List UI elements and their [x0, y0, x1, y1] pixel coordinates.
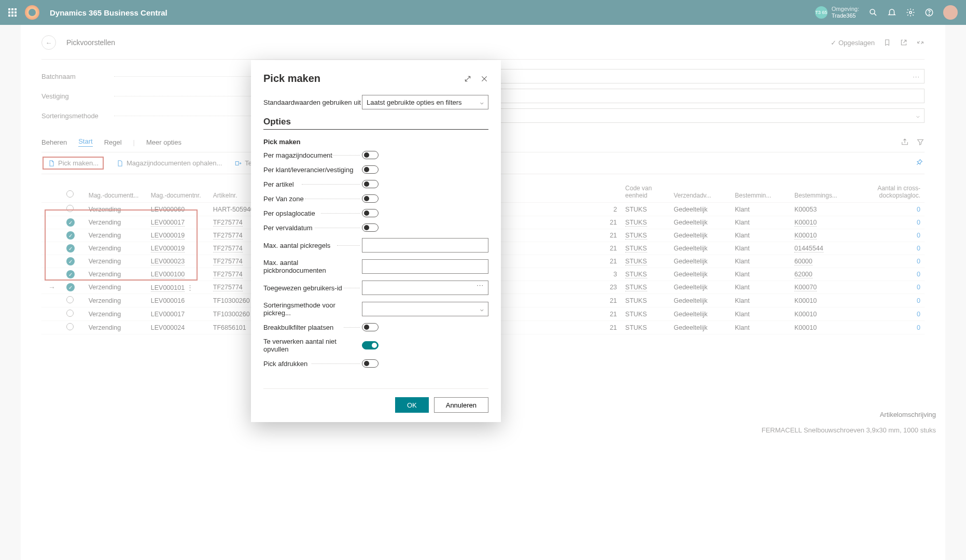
pick-maken-dialog: Pick maken Standaardwaarden gebruiken ui… [251, 60, 501, 422]
option-label: Max. aantal pickregels [263, 242, 362, 249]
toggle-print[interactable] [362, 359, 379, 368]
option-label: Per magazijndocument [263, 151, 362, 159]
option-label: Toegewezen gebruikers-id [263, 284, 362, 292]
toggle-per_art[interactable] [362, 180, 379, 188]
input-sort[interactable]: ⌵ [362, 302, 488, 316]
cancel-button[interactable]: Annuleren [434, 397, 488, 413]
toggle-per_ops[interactable] [362, 209, 379, 217]
option-label: Per vervaldatum [263, 224, 362, 232]
option-label: Per klant/leverancier/vestiging [263, 166, 362, 174]
pick-maken-subheading: Pick maken [263, 138, 488, 146]
expand-icon[interactable] [464, 75, 472, 83]
option-label: Breakbulkfilter plaatsen [263, 324, 362, 331]
toggle-per_mag[interactable] [362, 151, 379, 159]
toggle-breakbulk[interactable] [362, 323, 379, 331]
toggle-per_van[interactable] [362, 194, 379, 203]
option-label: Per opslaglocatie [263, 209, 362, 217]
toggle-per_ver[interactable] [362, 223, 379, 232]
std-defaults-select[interactable]: Laatst gebruikte opties en filters⌵ [362, 95, 488, 109]
option-label: Pick afdrukken [263, 360, 362, 368]
close-icon[interactable] [480, 75, 488, 83]
toggle-per_klv[interactable] [362, 165, 379, 174]
option-label: Per artikel [263, 180, 362, 188]
input-max_pb[interactable] [362, 259, 488, 274]
toggle-teverw[interactable] [362, 341, 379, 349]
option-label: Te verwerken aantal niet opvullen [263, 338, 362, 353]
input-toeg[interactable]: ··· [362, 281, 488, 295]
option-label: Sorteringsmethode voor pickreg... [263, 301, 362, 317]
std-defaults-label: Standaardwaarden gebruiken uit [263, 99, 362, 106]
input-max_pr[interactable] [362, 238, 488, 253]
option-label: Per Van zone [263, 195, 362, 203]
option-label: Max. aantal pickbrondocumenten [263, 259, 362, 274]
opties-heading: Opties [263, 117, 488, 130]
ok-button[interactable]: OK [395, 397, 429, 413]
dialog-title: Pick maken [263, 73, 320, 85]
